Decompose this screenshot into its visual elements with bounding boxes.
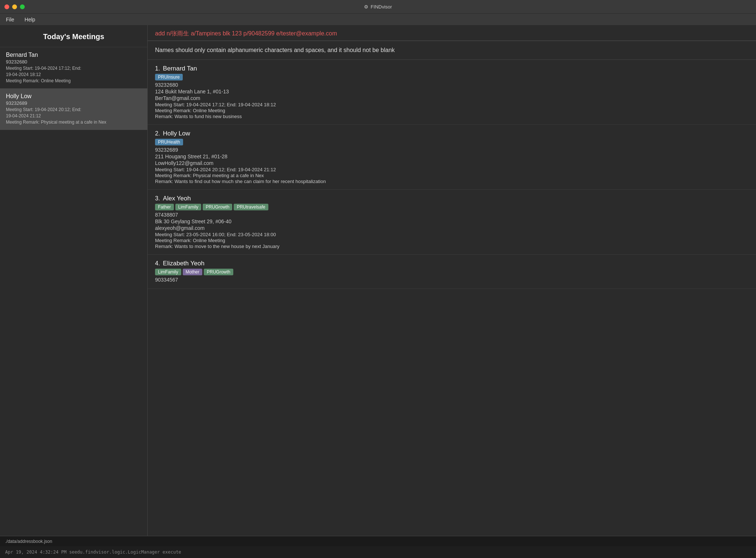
app-icon: ⚙	[364, 4, 368, 10]
contact-name: Holly Low	[163, 130, 190, 137]
contact-phone: 93232680	[155, 82, 749, 88]
contact-tags: PRUInsure	[155, 74, 749, 80]
meeting-list: Bernard Tan 93232680 Meeting Start: 19-0…	[0, 47, 147, 130]
contact-index: 2.	[155, 130, 160, 137]
meeting-item[interactable]: Holly Low 93232689 Meeting Start: 19-04-…	[0, 88, 147, 130]
contact-meeting-remark: Meeting Remark: Physical meeting at a ca…	[155, 173, 749, 178]
contact-index: 1.	[155, 65, 160, 72]
contact-tags: PRUHealth	[155, 139, 749, 145]
contact-item: 2. Holly Low PRUHealth 93232689 211 Houg…	[148, 125, 756, 190]
content-area: Names should only contain alphanumeric c…	[148, 25, 756, 536]
contact-email: LowHolly122@gmail.com	[155, 160, 749, 166]
contact-name: Bernard Tan	[163, 65, 197, 72]
contact-header: 1. Bernard Tan	[155, 65, 749, 72]
contact-phone: 90334567	[155, 277, 749, 283]
tag-prugrowth: PRUGrowth	[203, 204, 232, 210]
filepath-label: ./data/addressbook.json	[5, 539, 52, 544]
tag-pruhealth: PRUHealth	[155, 139, 183, 145]
contact-meeting-remark: Meeting Remark: Online Meeting	[155, 238, 749, 243]
maximize-button[interactable]	[20, 4, 25, 9]
meeting-detail: Meeting Start: 19-04-2024 17:12; End:19-…	[6, 65, 141, 84]
sidebar: Today's Meetings Bernard Tan 93232680 Me…	[0, 25, 148, 536]
contact-email: BerTan@gmail.com	[155, 95, 749, 101]
meeting-name: Holly Low	[6, 93, 141, 100]
meeting-item[interactable]: Bernard Tan 93232680 Meeting Start: 19-0…	[0, 47, 147, 88]
command-bar[interactable]	[148, 25, 756, 41]
menu-file[interactable]: File	[4, 15, 17, 24]
tag-limfamily: LimFamily	[175, 204, 202, 210]
contact-header: 2. Holly Low	[155, 130, 749, 137]
contact-list: 1. Bernard Tan PRUInsure 93232680 124 Bu…	[148, 60, 756, 536]
tag-prutravelsafe: PRUtravelsafe	[234, 204, 268, 210]
minimize-button[interactable]	[12, 4, 17, 9]
contact-address: Blk 30 Geylang Street 29, #06-40	[155, 218, 749, 224]
meeting-detail: Meeting Start: 19-04-2024 20:12; End:19-…	[6, 107, 141, 125]
menu-help[interactable]: Help	[23, 15, 38, 24]
contact-meeting-start: Meeting Start: 23-05-2024 16:00; End: 23…	[155, 232, 749, 237]
contact-name: Elizabeth Yeoh	[163, 260, 205, 267]
contact-meeting-start: Meeting Start: 19-04-2024 20:12; End: 19…	[155, 167, 749, 172]
close-button[interactable]	[4, 4, 9, 9]
meeting-phone: 93232680	[6, 59, 141, 65]
sidebar-title: Today's Meetings	[0, 25, 147, 47]
contact-header: 3. Alex Yeoh	[155, 195, 749, 202]
meeting-phone: 93232689	[6, 100, 141, 106]
meeting-name: Bernard Tan	[6, 52, 141, 58]
app-title-text: FINDvisor	[371, 4, 392, 10]
window-controls[interactable]	[4, 4, 25, 9]
contact-phone: 87438807	[155, 212, 749, 218]
contact-index: 4.	[155, 260, 160, 267]
terminal-bar: Apr 19, 2024 4:32:24 PM seedu.findvisor.…	[0, 546, 756, 558]
contact-tags: FatherLimFamilyPRUGrowthPRUtravelsafe	[155, 204, 749, 210]
contact-meeting-start: Meeting Start: 19-04-2024 17:12; End: 19…	[155, 102, 749, 107]
contact-phone: 93232689	[155, 147, 749, 153]
app-title: ⚙ FINDvisor	[364, 4, 392, 10]
tag-pruinsure: PRUInsure	[155, 74, 183, 80]
error-message: Names should only contain alphanumeric c…	[148, 41, 756, 60]
contact-address: 124 Bukit Merah Lane 1, #01-13	[155, 89, 749, 94]
contact-remark: Remark: Wants to fund his new business	[155, 114, 749, 119]
tag-prugrowth: PRUGrowth	[204, 269, 233, 275]
contact-header: 4. Elizabeth Yeoh	[155, 260, 749, 267]
contact-tags: LimFamilyMotherPRUGrowth	[155, 269, 749, 275]
contact-remark: Remark: Wants to find out how much she c…	[155, 179, 749, 184]
main-layout: Today's Meetings Bernard Tan 93232680 Me…	[0, 25, 756, 536]
title-bar: ⚙ FINDvisor	[0, 0, 756, 13]
contact-remark: Remark: Wants to move to the new house b…	[155, 244, 749, 249]
contact-address: 211 Hougang Street 21, #01-28	[155, 154, 749, 159]
tag-father: Father	[155, 204, 174, 210]
contact-item: 1. Bernard Tan PRUInsure 93232680 124 Bu…	[148, 60, 756, 125]
terminal-text: Apr 19, 2024 4:32:24 PM seedu.findvisor.…	[5, 550, 181, 555]
contact-item: 4. Elizabeth Yeoh LimFamilyMotherPRUGrow…	[148, 255, 756, 289]
tag-mother: Mother	[183, 269, 202, 275]
contact-meeting-remark: Meeting Remark: Online Meeting	[155, 108, 749, 113]
contact-index: 3.	[155, 195, 160, 202]
contact-item: 3. Alex Yeoh FatherLimFamilyPRUGrowthPRU…	[148, 190, 756, 255]
contact-email: alexyeoh@gmail.com	[155, 225, 749, 231]
status-bar: ./data/addressbook.json	[0, 536, 756, 546]
command-input[interactable]	[155, 30, 749, 37]
tag-limfamily: LimFamily	[155, 269, 181, 275]
menu-bar: File Help	[0, 13, 756, 25]
contact-name: Alex Yeoh	[163, 195, 191, 202]
